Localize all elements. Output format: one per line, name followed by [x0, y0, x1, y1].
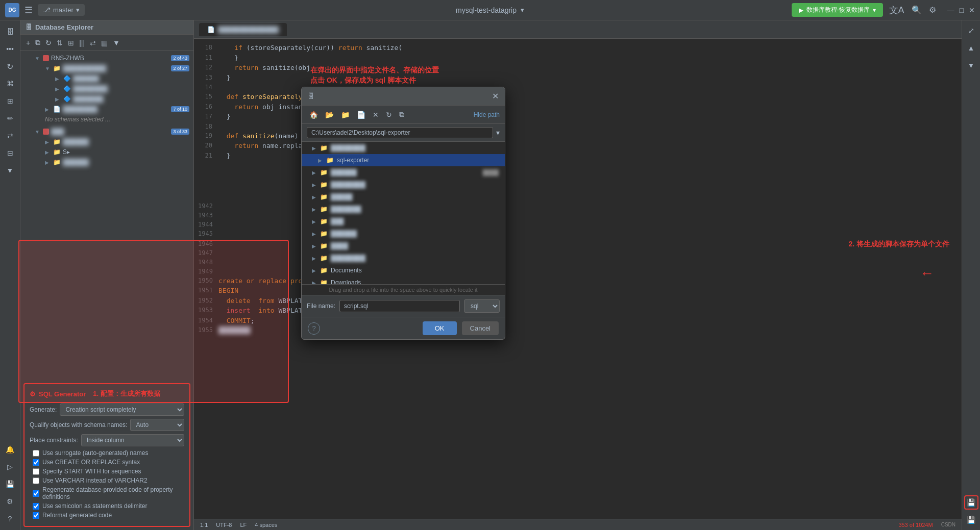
modal-help-icon[interactable]: ? — [308, 322, 320, 335]
file-item-b5[interactable]: ▶ 📁 ███ — [302, 215, 505, 228]
db-tag-red — [43, 55, 49, 61]
restore-button[interactable]: □ — [960, 6, 964, 14]
activity-puzzle[interactable]: ⚙ — [3, 494, 17, 509]
file-item-b6[interactable]: ▶ 📁 ██████ — [302, 228, 505, 240]
tree-item-db2-sub3[interactable]: ▶ 📁 ██████ — [20, 157, 193, 167]
activity-question[interactable]: ? — [3, 512, 17, 526]
file-item-b8[interactable]: ▶ 📁 ████████ — [302, 252, 505, 264]
minimize-button[interactable]: — — [947, 6, 954, 14]
file-item-b3[interactable]: ▶ 📁 █████ — [302, 191, 505, 203]
sidebar-refresh-btn[interactable]: ↻ — [44, 37, 53, 48]
tree-item-db2-sub1[interactable]: ▶ 📁 ██████ — [20, 137, 193, 147]
close-button[interactable]: ✕ — [969, 6, 975, 14]
save-file-dialog[interactable]: 🗄 ✕ 🏠 📂 📁 📄 ✕ ↻ ⧉ Hide path ▾ ▶ 📁 ██ — [301, 87, 505, 340]
checkbox-start-input[interactable] — [33, 468, 39, 475]
tree-item-schema1[interactable]: ▼ 📁 ██████████ 2 of 27 — [20, 63, 193, 73]
checkbox-varchar-input[interactable] — [33, 477, 39, 484]
folder-icon: 📁 — [320, 193, 328, 200]
statusbar-right: 353 of 1024M CSDN — [898, 522, 955, 528]
file-item-b1[interactable]: ▶ 📁 ██████ ████ — [302, 166, 505, 179]
checkbox-surrogate-label: Use surrogate (auto-generated) names — [42, 449, 148, 457]
checkbox-regen-input[interactable] — [33, 490, 39, 497]
line-content: COMMIT; — [218, 316, 254, 326]
hide-path-label[interactable]: Hide path — [474, 111, 500, 118]
qualify-row: Qualify objects with schema names: Auto — [30, 419, 184, 431]
sidebar-tree: ▼ RNS-ZHWB 2 of 43 ▼ 📁 ██████████ 2 of 2… — [20, 51, 193, 380]
sidebar-copy-btn[interactable]: ⧉ — [34, 37, 42, 48]
sidebar-table-btn[interactable]: ⊞ — [66, 37, 76, 48]
tree-item-sub1[interactable]: ▶ 🔷 ██████ — [20, 73, 193, 84]
modal-folder-icon[interactable]: 📂 — [323, 109, 336, 120]
file-item-b7[interactable]: ▶ 📁 ████ — [302, 240, 505, 252]
generate-select[interactable]: Creation script completely — [60, 403, 184, 416]
folder-icon: 📁 — [320, 169, 328, 176]
file-item-downloads[interactable]: ▶ 📁 Downloads — [302, 276, 505, 285]
rp-save-icon[interactable]: 💾 — [964, 495, 978, 510]
modal-new-file-icon[interactable]: 📄 — [354, 109, 368, 120]
sidebar-columns-btn[interactable]: ||| — [78, 37, 86, 48]
rp-save2-icon[interactable]: 💾 — [964, 513, 978, 527]
checkbox-reformat-input[interactable] — [33, 512, 39, 519]
activity-grid[interactable]: ⊟ — [3, 146, 17, 160]
activity-database[interactable]: 🗄 — [3, 24, 17, 39]
modal-filename-input[interactable] — [339, 300, 460, 312]
rp-chevron-up[interactable]: ▲ — [964, 41, 978, 55]
sidebar-link-btn[interactable]: ⇄ — [88, 37, 97, 48]
branch-selector[interactable]: ⎇ master ▾ — [38, 4, 85, 16]
rp-chevron-down[interactable]: ▼ — [964, 58, 978, 72]
activity-arrow[interactable]: ⇄ — [3, 129, 17, 143]
modal-refresh-icon[interactable]: ↻ — [383, 109, 395, 120]
modal-ext-select[interactable]: sql txt — [464, 299, 500, 313]
checkbox-create-input[interactable] — [33, 459, 39, 466]
file-item-documents[interactable]: ▶ 📁 Documents — [302, 264, 505, 276]
modal-delete-icon[interactable]: ✕ — [370, 109, 381, 120]
sidebar-add-btn[interactable]: + — [24, 37, 32, 48]
activity-notification[interactable]: 🔔 — [3, 442, 17, 457]
file-name-blurred: ████████ — [331, 181, 365, 188]
modal-close-button[interactable]: ✕ — [492, 91, 499, 101]
activity-layout[interactable]: ⊞ — [3, 94, 17, 108]
sidebar-sort-btn[interactable]: ⇅ — [55, 37, 64, 48]
tree-item-rns[interactable]: ▼ RNS-ZHWB 2 of 43 — [20, 53, 193, 63]
checkbox-semi-input[interactable] — [33, 503, 39, 510]
tree-item-db2[interactable]: ▼ ███ 3 of 33 — [20, 127, 193, 137]
run-button[interactable]: ▶ 数据库教程-恢复数据库 ▾ — [792, 3, 883, 17]
activity-play2[interactable]: ▷ — [3, 460, 17, 474]
translate-icon[interactable]: 文A — [889, 4, 904, 16]
line-content: } — [218, 151, 230, 161]
modal-path-dropdown[interactable]: ▾ — [496, 129, 500, 137]
checkbox-surrogate-input[interactable] — [33, 450, 39, 457]
hamburger-menu[interactable]: ☰ — [24, 5, 33, 16]
file-item-b2[interactable]: ▶ 📁 ████████ — [302, 179, 505, 191]
sidebar-list-btn[interactable]: ▦ — [100, 37, 109, 48]
modal-path-input[interactable] — [307, 127, 493, 138]
tree-item-sub3[interactable]: ▶ 🔷 ███████ — [20, 94, 193, 104]
constraints-select[interactable]: Inside column — [81, 434, 184, 446]
activity-refresh[interactable]: ↻ — [3, 59, 17, 73]
activity-funnel[interactable]: ▼ — [3, 163, 17, 178]
modal-cancel-button[interactable]: Cancel — [462, 321, 499, 335]
rp-expand-icon[interactable]: ⤢ — [964, 23, 978, 38]
file-item-b4[interactable]: ▶ 📁 ███████ — [302, 203, 505, 215]
modal-file-list[interactable]: ▶ 📁 ████████ ▶ 📁 sql-exporter ▶ 📁 ██████… — [302, 142, 505, 285]
search-icon[interactable]: 🔍 — [912, 5, 922, 15]
modal-copy-icon[interactable]: ⧉ — [397, 109, 407, 120]
file-item[interactable]: ▶ 📁 ████████ — [302, 142, 505, 154]
activity-db2[interactable]: 💾 — [3, 477, 17, 491]
qualify-select[interactable]: Auto — [130, 419, 184, 431]
file-expand-arrow: ▶ — [312, 268, 317, 273]
activity-filter[interactable]: ⌘ — [3, 77, 17, 91]
activity-dot[interactable]: ••• — [3, 42, 17, 56]
activity-pencil[interactable]: ✏ — [3, 111, 17, 125]
modal-new-folder-icon[interactable]: 📁 — [338, 109, 352, 120]
tree-item-db2-sub2[interactable]: ▶ 📁 S▸ — [20, 147, 193, 157]
db-dropdown-icon[interactable]: ▾ — [521, 6, 524, 14]
sidebar-filter-btn[interactable]: ▼ — [111, 37, 121, 48]
editor-tab-active[interactable]: 📄 ██████████████ — [199, 23, 287, 36]
tree-item-sub2[interactable]: ▶ 🔷 ████████ — [20, 84, 193, 94]
modal-ok-button[interactable]: OK — [423, 321, 457, 335]
file-item-sql-exporter[interactable]: ▶ 📁 sql-exporter — [302, 154, 505, 166]
modal-home-icon[interactable]: 🏠 — [307, 109, 321, 120]
settings-icon[interactable]: ⚙ — [929, 5, 936, 15]
tree-item-progress[interactable]: ▶ 📄 ████████ 7 of 10 — [20, 104, 193, 114]
